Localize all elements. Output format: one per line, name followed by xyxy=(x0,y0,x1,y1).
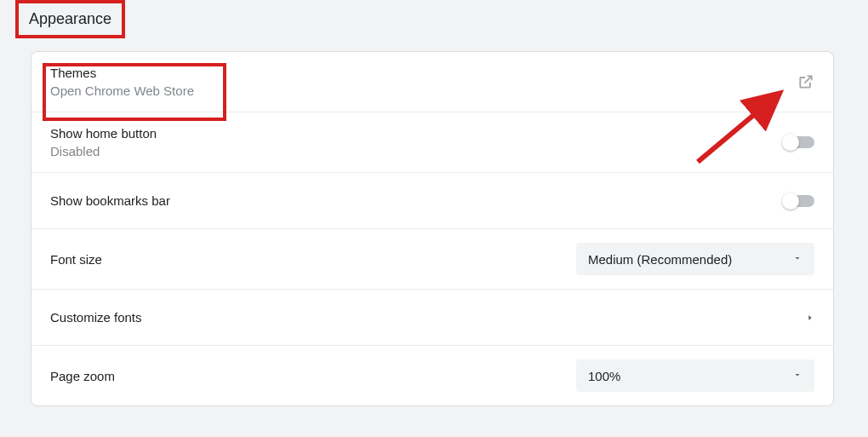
svg-line-0 xyxy=(804,76,811,83)
page-zoom-selected: 100% xyxy=(588,369,620,383)
themes-title: Themes xyxy=(50,66,194,80)
font-size-select[interactable]: Medium (Recommended) xyxy=(576,243,814,275)
home-button-text: Show home button Disabled xyxy=(50,126,157,158)
toggle-knob xyxy=(782,134,799,151)
font-size-text: Font size xyxy=(50,252,102,267)
chevron-right-icon xyxy=(806,310,814,325)
page-zoom-title: Page zoom xyxy=(50,369,115,383)
themes-subtitle: Open Chrome Web Store xyxy=(50,83,194,98)
home-button-title: Show home button xyxy=(50,126,157,141)
themes-row[interactable]: Themes Open Chrome Web Store xyxy=(31,52,833,112)
external-link-icon[interactable] xyxy=(797,73,814,90)
customize-fonts-text: Customize fonts xyxy=(50,310,142,325)
themes-text: Themes Open Chrome Web Store xyxy=(50,66,194,98)
bookmarks-title: Show bookmarks bar xyxy=(50,193,170,208)
font-size-row: Font size Medium (Recommended) xyxy=(31,229,833,290)
page-zoom-row: Page zoom 100% xyxy=(31,346,833,405)
section-header: Appearance xyxy=(15,0,125,38)
bookmarks-toggle[interactable] xyxy=(784,195,814,207)
toggle-knob xyxy=(782,193,799,210)
dropdown-arrow-icon xyxy=(792,251,802,267)
font-size-selected: Medium (Recommended) xyxy=(588,252,732,267)
page-zoom-text: Page zoom xyxy=(50,369,115,383)
page-zoom-select[interactable]: 100% xyxy=(576,359,814,392)
appearance-card: Themes Open Chrome Web Store Show home b… xyxy=(31,51,834,406)
home-button-toggle[interactable] xyxy=(784,136,814,148)
font-size-title: Font size xyxy=(50,252,102,267)
customize-fonts-row[interactable]: Customize fonts xyxy=(31,290,833,346)
home-button-row: Show home button Disabled xyxy=(31,112,833,173)
section-title: Appearance xyxy=(29,10,111,27)
bookmarks-row: Show bookmarks bar xyxy=(31,173,833,229)
bookmarks-text: Show bookmarks bar xyxy=(50,193,170,208)
customize-fonts-title: Customize fonts xyxy=(50,310,142,325)
dropdown-arrow-icon xyxy=(792,368,802,383)
home-button-subtitle: Disabled xyxy=(50,144,157,158)
